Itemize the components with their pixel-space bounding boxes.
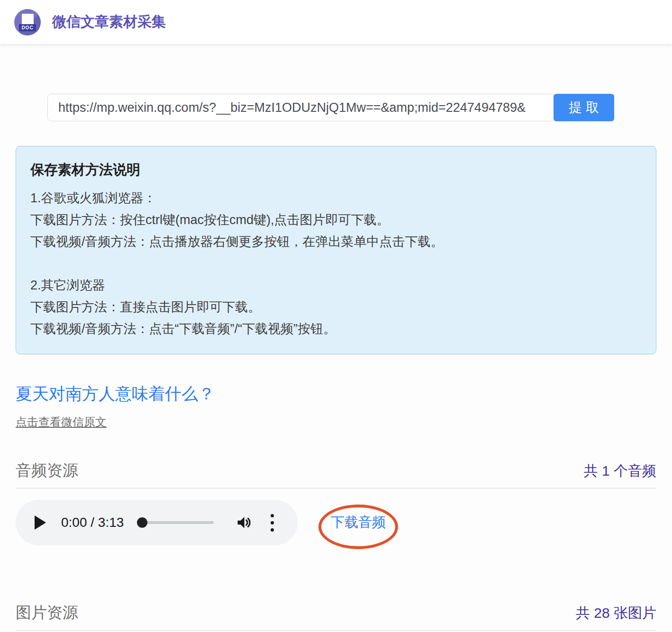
dot <box>271 521 274 524</box>
audio-row: 0:00 / 3:13 <box>16 499 656 546</box>
instructions-heading: 保存素材方法说明 <box>30 161 642 180</box>
instruction-line: 下载视频/音频方法：点击“下载音频”/“下载视频”按钮。 <box>30 318 642 340</box>
app-title: 微信文章素材采集 <box>52 12 166 32</box>
app-header: DOC 微信文章素材采集 <box>0 0 672 44</box>
seek-track <box>142 521 214 524</box>
play-icon[interactable] <box>35 515 46 530</box>
volume-icon[interactable] <box>236 514 253 531</box>
article-title-link[interactable]: 夏天对南方人意味着什么？ <box>16 383 215 405</box>
instruction-line: 下载图片方法：直接点击图片即可下载。 <box>30 296 642 318</box>
instruction-line: 下载视频/音频方法：点击播放器右侧更多按钮，在弹出菜单中点击下载。 <box>30 231 642 253</box>
url-extract-row: 提 取 <box>47 94 656 121</box>
image-section-header: 图片资源 共 28 张图片 <box>16 602 656 631</box>
download-audio-link[interactable]: 下载音频 <box>331 515 386 530</box>
audio-count-badge: 共 1 个音频 <box>584 461 656 481</box>
dot <box>271 514 274 517</box>
more-options-icon[interactable] <box>269 512 276 533</box>
instruction-line: 2.其它浏览器 <box>30 274 642 296</box>
audio-time-display: 0:00 / 3:13 <box>61 515 124 530</box>
page: DOC 微信文章素材采集 提 取 保存素材方法说明 1.谷歌或火狐浏览器： 下载… <box>0 0 672 632</box>
audio-section-header: 音频资源 共 1 个音频 <box>16 460 656 488</box>
article-block: 夏天对南方人意味着什么？ 点击查看微信原文 <box>16 354 656 430</box>
doc-label: DOC <box>19 24 36 31</box>
dot <box>271 528 274 532</box>
download-audio-area: 下载音频 <box>314 499 403 546</box>
view-original-article-link[interactable]: 点击查看微信原文 <box>16 415 107 430</box>
image-section-title: 图片资源 <box>16 602 78 623</box>
instructions-box: 保存素材方法说明 1.谷歌或火狐浏览器： 下载图片方法：按住ctrl键(mac按… <box>16 146 656 354</box>
instruction-line: 下载图片方法：按住ctrl键(mac按住cmd键),点击图片即可下载。 <box>30 209 642 231</box>
image-count-badge: 共 28 张图片 <box>576 604 656 623</box>
audio-player[interactable]: 0:00 / 3:13 <box>16 500 298 545</box>
article-url-input[interactable] <box>47 94 555 121</box>
seek-thumb[interactable] <box>137 517 147 528</box>
main-content: 提 取 保存素材方法说明 1.谷歌或火狐浏览器： 下载图片方法：按住ctrl键(… <box>0 94 672 631</box>
doc-logo-icon: DOC <box>14 9 41 36</box>
seek-slider[interactable] <box>137 517 214 528</box>
instruction-line: 1.谷歌或火狐浏览器： <box>30 187 642 209</box>
extract-button[interactable]: 提 取 <box>554 94 614 121</box>
instruction-line-blank <box>30 253 642 274</box>
audio-section-title: 音频资源 <box>16 460 78 481</box>
